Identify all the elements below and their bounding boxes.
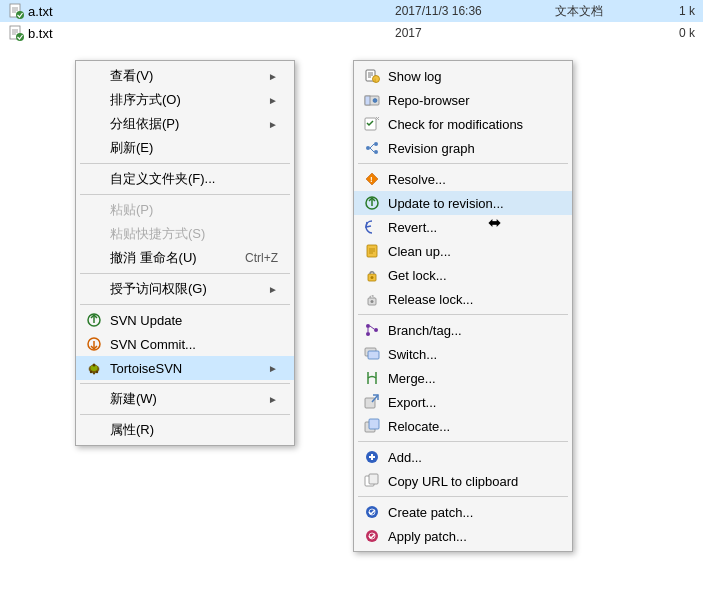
menu-item-check-modifications[interactable]: Check for modifications: [354, 112, 572, 136]
paste-shortcut-icon: [84, 224, 104, 244]
menu-item-release-lock[interactable]: Release lock...: [354, 287, 572, 311]
group-label: 分组依据(P): [110, 115, 268, 133]
menu-item-show-log[interactable]: i Show log: [354, 64, 572, 88]
check-modifications-icon: [362, 114, 382, 134]
svn-update-icon: [84, 310, 104, 330]
copy-url-label: Copy URL to clipboard: [388, 474, 556, 489]
menu-item-revision-graph[interactable]: Revision graph: [354, 136, 572, 160]
svg-text:i: i: [375, 77, 376, 83]
menu-item-update-revision[interactable]: Update to revision...: [354, 191, 572, 215]
add-icon: [362, 447, 382, 467]
menu-item-svn-update[interactable]: SVN Update: [76, 308, 294, 332]
context-menu-left: 查看(V) ► 排序方式(O) ► 分组依据(P) ► 刷新(E) 自定义文件夹…: [75, 60, 295, 446]
file-row-b[interactable]: b.txt 2017 0 k: [0, 22, 703, 44]
svg-point-4: [16, 11, 24, 19]
menu-item-revert[interactable]: Revert...: [354, 215, 572, 239]
new-icon: [84, 389, 104, 409]
release-lock-icon: [362, 289, 382, 309]
menu-item-merge[interactable]: Merge...: [354, 366, 572, 390]
sep-2: [80, 194, 290, 195]
file-date-b: 2017: [395, 26, 555, 40]
svg-rect-65: [369, 474, 378, 484]
menu-item-refresh[interactable]: 刷新(E): [76, 136, 294, 160]
file-name-a: a.txt: [28, 4, 395, 19]
sep-4: [80, 304, 290, 305]
properties-icon: [84, 420, 104, 440]
group-arrow: ►: [268, 119, 278, 130]
properties-label: 属性(R): [110, 421, 278, 439]
apply-patch-icon: [362, 526, 382, 546]
sep-6: [80, 414, 290, 415]
menu-item-properties[interactable]: 属性(R): [76, 418, 294, 442]
menu-item-undo[interactable]: 撤消 重命名(U) Ctrl+Z: [76, 246, 294, 270]
sort-label: 排序方式(O): [110, 91, 268, 109]
svg-point-50: [374, 328, 378, 332]
menu-item-cleanup[interactable]: Clean up...: [354, 239, 572, 263]
refresh-label: 刷新(E): [110, 139, 278, 157]
paste-label: 粘贴(P): [110, 201, 278, 219]
file-size-a: 1 k: [635, 4, 695, 18]
menu-item-branch-tag[interactable]: Branch/tag...: [354, 318, 572, 342]
access-icon: [84, 279, 104, 299]
sort-icon: [84, 90, 104, 110]
svg-rect-54: [368, 351, 379, 359]
svg-point-9: [16, 33, 24, 41]
menu-item-paste-shortcut[interactable]: 粘贴快捷方式(S): [76, 222, 294, 246]
menu-item-access[interactable]: 授予访问权限(G) ►: [76, 277, 294, 301]
view-icon: [84, 66, 104, 86]
resolve-label: Resolve...: [388, 172, 556, 187]
view-label: 查看(V): [110, 67, 268, 85]
branch-tag-label: Branch/tag...: [388, 323, 556, 338]
revision-graph-label: Revision graph: [388, 141, 556, 156]
menu-item-view[interactable]: 查看(V) ►: [76, 64, 294, 88]
svn-commit-icon: [84, 334, 104, 354]
paste-shortcut-label: 粘贴快捷方式(S): [110, 225, 278, 243]
menu-item-resolve[interactable]: ! Resolve...: [354, 167, 572, 191]
menu-item-svn-commit[interactable]: SVN Commit...: [76, 332, 294, 356]
relocate-label: Relocate...: [388, 419, 556, 434]
menu-item-sort[interactable]: 排序方式(O) ►: [76, 88, 294, 112]
r-sep-2: [358, 314, 568, 315]
paste-icon: [84, 200, 104, 220]
svg-point-32: [366, 146, 370, 150]
copy-url-icon: [362, 471, 382, 491]
menu-item-paste[interactable]: 粘贴(P): [76, 198, 294, 222]
file-type-a: 文本文档: [555, 3, 635, 20]
svn-update-label: SVN Update: [110, 313, 278, 328]
menu-item-new[interactable]: 新建(W) ►: [76, 387, 294, 411]
svg-point-49: [366, 332, 370, 336]
revert-label: Revert...: [388, 220, 556, 235]
undo-shortcut: Ctrl+Z: [245, 251, 278, 265]
menu-item-tortoise[interactable]: TortoiseSVN ►: [76, 356, 294, 380]
get-lock-icon: [362, 265, 382, 285]
menu-item-relocate[interactable]: Relocate...: [354, 414, 572, 438]
menu-item-copy-url[interactable]: Copy URL to clipboard: [354, 469, 572, 493]
repo-browser-label: Repo-browser: [388, 93, 556, 108]
sep-1: [80, 163, 290, 164]
menu-item-create-patch[interactable]: Create patch...: [354, 500, 572, 524]
file-row-a[interactable]: a.txt 2017/11/3 16:36 文本文档 1 k: [0, 0, 703, 22]
r-sep-1: [358, 163, 568, 164]
sep-3: [80, 273, 290, 274]
menu-item-switch[interactable]: Switch...: [354, 342, 572, 366]
svg-point-18: [93, 373, 95, 375]
menu-item-customize[interactable]: 自定义文件夹(F)...: [76, 167, 294, 191]
svg-text:!: !: [370, 175, 373, 184]
group-icon: [84, 114, 104, 134]
export-label: Export...: [388, 395, 556, 410]
merge-label: Merge...: [388, 371, 556, 386]
cleanup-icon: [362, 241, 382, 261]
new-label: 新建(W): [110, 390, 268, 408]
menu-item-get-lock[interactable]: Get lock...: [354, 263, 572, 287]
menu-item-add[interactable]: Add...: [354, 445, 572, 469]
file-name-b: b.txt: [28, 26, 395, 41]
menu-item-export[interactable]: Export...: [354, 390, 572, 414]
svg-point-34: [374, 150, 378, 154]
apply-patch-label: Apply patch...: [388, 529, 556, 544]
menu-item-repo-browser[interactable]: Repo-browser: [354, 88, 572, 112]
branch-tag-icon: [362, 320, 382, 340]
refresh-icon: [84, 138, 104, 158]
switch-icon: [362, 344, 382, 364]
menu-item-group[interactable]: 分组依据(P) ►: [76, 112, 294, 136]
menu-item-apply-patch[interactable]: Apply patch...: [354, 524, 572, 548]
